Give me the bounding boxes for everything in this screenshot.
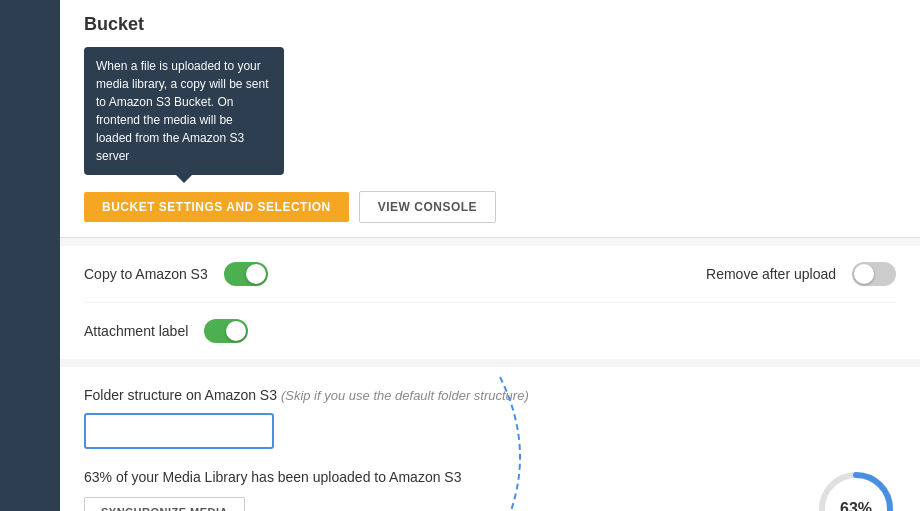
settings-row-2: Attachment label xyxy=(60,303,920,359)
circle-progress: 63% xyxy=(816,469,896,511)
attachment-label: Attachment label xyxy=(84,323,188,339)
attachment-slider[interactable] xyxy=(204,319,248,343)
sync-status-text: 63% of your Media Library has been uploa… xyxy=(84,469,796,485)
copy-s3-toggle[interactable] xyxy=(224,262,268,286)
folder-structure-input[interactable] xyxy=(84,413,274,449)
remove-upload-label: Remove after upload xyxy=(706,266,836,282)
folder-sync-wrapper: Folder structure on Amazon S3 (Skip if y… xyxy=(60,367,920,511)
attachment-group: Attachment label xyxy=(84,319,896,343)
page-title: Bucket xyxy=(84,14,896,35)
attachment-toggle[interactable] xyxy=(204,319,248,343)
sync-section: 63% of your Media Library has been uploa… xyxy=(60,469,920,511)
bucket-settings-button[interactable]: Bucket Settings And Selection xyxy=(84,192,349,222)
page-header: Bucket When a file is uploaded to your m… xyxy=(60,0,920,238)
settings-row-1: Copy to Amazon S3 Remove after upload xyxy=(60,246,920,302)
main-content: Bucket When a file is uploaded to your m… xyxy=(60,0,920,511)
copy-s3-group: Copy to Amazon S3 xyxy=(84,262,490,286)
remove-upload-toggle[interactable] xyxy=(852,262,896,286)
settings-container: Copy to Amazon S3 Remove after upload xyxy=(60,246,920,359)
sidebar xyxy=(0,0,60,511)
tooltip-text: When a file is uploaded to your media li… xyxy=(96,59,269,163)
view-console-button[interactable]: View Console xyxy=(359,191,496,223)
copy-s3-label: Copy to Amazon S3 xyxy=(84,266,208,282)
synchronize-media-button[interactable]: Synchronize Media xyxy=(84,497,245,511)
tooltip-box: When a file is uploaded to your media li… xyxy=(84,47,284,175)
folder-section: Folder structure on Amazon S3 (Skip if y… xyxy=(60,367,920,469)
folder-hint: (Skip if you use the default folder stru… xyxy=(281,388,529,403)
folder-structure-label: Folder structure on Amazon S3 (Skip if y… xyxy=(84,387,896,403)
remove-upload-group: Remove after upload xyxy=(490,262,896,286)
progress-label: 63% xyxy=(840,500,872,511)
header-actions: Bucket Settings And Selection View Conso… xyxy=(84,191,896,237)
remove-upload-slider[interactable] xyxy=(852,262,896,286)
sync-text-area: 63% of your Media Library has been uploa… xyxy=(84,469,796,511)
copy-s3-slider[interactable] xyxy=(224,262,268,286)
